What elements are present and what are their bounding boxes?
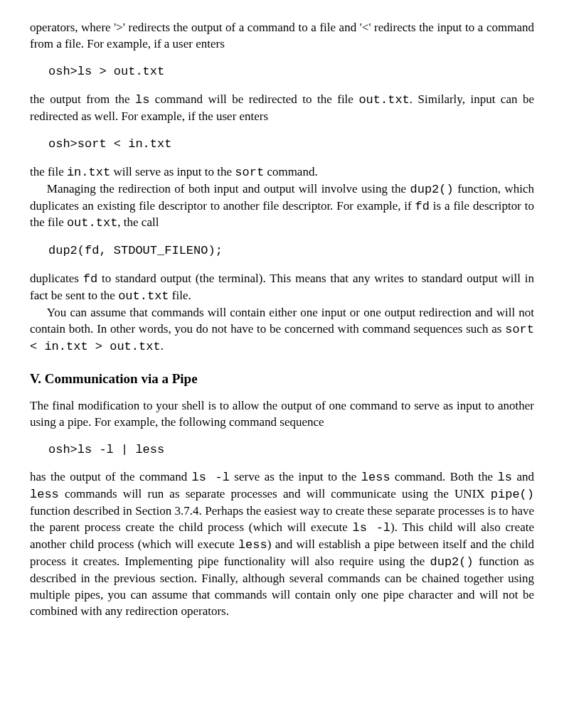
text: has the output of the command	[30, 470, 192, 483]
code-inline: out.txt	[358, 93, 409, 107]
text: You can assume that commands will contai…	[30, 306, 534, 336]
text: , the call	[117, 215, 159, 229]
paragraph: Managing the redirection of both input a…	[30, 181, 534, 232]
text: command. Both the	[390, 470, 498, 483]
text: .	[161, 339, 164, 353]
code-inline: less	[30, 488, 59, 501]
code-block: osh>sort < in.txt	[48, 136, 534, 153]
text: the output from the	[30, 92, 135, 106]
paragraph: duplicates fd to standard output (the te…	[30, 271, 534, 305]
code-inline: sort	[235, 166, 264, 179]
text: commands will run as separate processes …	[59, 487, 454, 500]
text: will serve as input to the	[110, 165, 235, 178]
code-inline: ls -l	[353, 521, 391, 535]
text: the file	[30, 165, 67, 178]
code-block: osh>ls -l | less	[48, 442, 534, 459]
paragraph: has the output of the command ls -l serv…	[30, 469, 534, 619]
paragraph: the output from the ls command will be r…	[30, 92, 534, 125]
text: to standard output (the terminal). This …	[30, 272, 534, 302]
paragraph: the file in.txt will serve as input to t…	[30, 164, 534, 181]
section-heading: V. Communication via a Pipe	[30, 370, 534, 388]
text: command.	[264, 165, 318, 178]
code-inline: dup2()	[410, 183, 454, 196]
paragraph: operators, where '>' redirects the outpu…	[30, 20, 534, 53]
text: command will be redirected to the file	[149, 92, 358, 106]
text: The final modification to your shell is …	[30, 399, 534, 429]
code-inline: ls	[498, 471, 512, 484]
code-inline: less	[361, 471, 390, 484]
text: file.	[169, 289, 191, 302]
code-inline: out.txt	[118, 289, 169, 303]
text: operators, where '>' redirects the outpu…	[30, 21, 534, 50]
code-inline: ls -l	[192, 471, 230, 484]
paragraph: You can assume that commands will contai…	[30, 305, 534, 355]
code-inline: in.txt	[67, 166, 110, 179]
text: serve as the input to the	[230, 470, 361, 483]
small-caps: UNIX	[454, 487, 485, 500]
code-inline: fd	[83, 272, 97, 286]
code-inline: dup2()	[430, 555, 473, 569]
code-inline: less	[238, 538, 267, 552]
text	[485, 487, 491, 500]
text: and	[512, 470, 534, 483]
code-block: osh>ls > out.txt	[48, 64, 534, 80]
code-inline: out.txt	[67, 216, 117, 230]
text: duplicates	[30, 272, 83, 285]
paragraph: The final modification to your shell is …	[30, 398, 534, 431]
text: Managing the redirection of both input a…	[47, 182, 410, 196]
code-block: dup2(fd, STDOUT_FILENO);	[48, 243, 534, 259]
code-inline: fd	[415, 200, 430, 213]
code-inline: ls	[135, 93, 149, 107]
code-inline: pipe()	[491, 488, 534, 501]
